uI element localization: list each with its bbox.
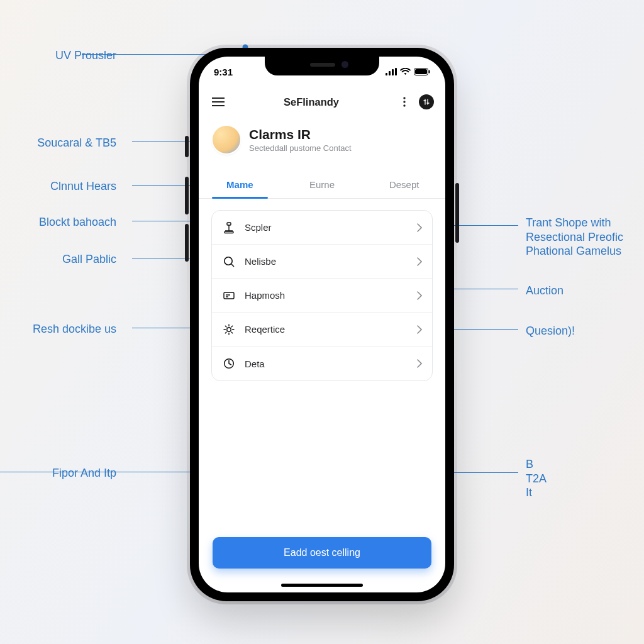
screen: 9:31 SeFlinandy bbox=[199, 57, 445, 592]
chevron-right-icon bbox=[417, 257, 422, 266]
list-item[interactable]: Reqertice bbox=[212, 313, 432, 347]
callout-left-4: Gall Pablic bbox=[62, 252, 116, 267]
callout-right-0: Trant Shope with Resectional Preofic Pha… bbox=[526, 216, 623, 258]
callout-leader-line bbox=[449, 225, 518, 226]
tab-mame[interactable]: Mame bbox=[199, 171, 281, 198]
tab-eurne[interactable]: Eurne bbox=[281, 171, 364, 198]
hamburger-icon[interactable] bbox=[210, 94, 226, 110]
callout-right-2: Quesion)! bbox=[526, 324, 575, 338]
svg-line-29 bbox=[225, 332, 226, 333]
svg-point-12 bbox=[403, 104, 405, 106]
callouts-left-group: UV Prousler Soucaral & TB5 Clnnut Hears … bbox=[0, 0, 208, 644]
callout-left-6: Fipor And Itp bbox=[52, 466, 116, 480]
svg-rect-16 bbox=[225, 231, 233, 233]
chevron-right-icon bbox=[417, 359, 422, 368]
callout-right-1: Auction bbox=[526, 284, 564, 298]
list-item-label: Deta bbox=[245, 358, 408, 369]
chevron-right-icon bbox=[417, 291, 422, 300]
tab-label: Desept bbox=[389, 179, 419, 190]
list-card: Scpler Nelisbe Hapmosh bbox=[211, 210, 433, 381]
svg-rect-3 bbox=[395, 68, 397, 75]
list-item[interactable]: Deta bbox=[212, 347, 432, 380]
page-header: Clarms IR Secteddall pustome Contact bbox=[199, 126, 445, 153]
settings-circle-icon[interactable] bbox=[419, 94, 434, 109]
svg-point-10 bbox=[403, 97, 405, 99]
scale-icon bbox=[222, 221, 236, 235]
signal-icon bbox=[386, 68, 397, 75]
svg-line-30 bbox=[231, 326, 233, 327]
phone-power-button bbox=[455, 183, 459, 243]
callout-left-1: Soucaral & TB5 bbox=[37, 136, 116, 150]
avatar[interactable] bbox=[213, 126, 240, 153]
svg-line-18 bbox=[231, 264, 234, 267]
more-vertical-icon[interactable] bbox=[396, 94, 413, 110]
phone-volume-up bbox=[185, 177, 189, 214]
callout-leader-line bbox=[82, 54, 208, 55]
tab-label: Mame bbox=[226, 179, 253, 190]
svg-line-27 bbox=[225, 326, 226, 327]
callout-left-0: UV Prousler bbox=[55, 48, 116, 63]
svg-rect-2 bbox=[392, 69, 394, 75]
tab-desept[interactable]: Desept bbox=[363, 171, 445, 198]
callout-left-5: Resh dockibe us bbox=[33, 322, 116, 336]
chevron-right-icon bbox=[417, 325, 422, 334]
primary-cta-button[interactable]: Eadd oest celling bbox=[213, 537, 431, 569]
svg-rect-5 bbox=[415, 69, 427, 74]
svg-rect-6 bbox=[429, 70, 430, 74]
list-item[interactable]: Hapmosh bbox=[212, 279, 432, 313]
callout-right-3: B T2A It bbox=[526, 457, 547, 500]
svg-point-11 bbox=[403, 101, 405, 103]
list-item-label: Reqertice bbox=[245, 324, 408, 335]
callout-leader-line bbox=[0, 472, 208, 472]
phone-frame: 9:31 SeFlinandy bbox=[190, 48, 454, 601]
page-subtitle: Secteddall pustome Contact bbox=[249, 143, 352, 153]
list-item-label: Scpler bbox=[245, 222, 408, 233]
list-item-label: Hapmosh bbox=[245, 290, 408, 301]
svg-rect-0 bbox=[386, 73, 387, 75]
svg-point-22 bbox=[227, 327, 231, 331]
clock-icon bbox=[222, 357, 236, 370]
appbar-title: SeFlinandy bbox=[284, 96, 339, 108]
callout-leader-line bbox=[449, 472, 518, 473]
tab-bar: Mame Eurne Desept bbox=[199, 171, 445, 199]
phone-mute-switch bbox=[185, 136, 189, 157]
notch bbox=[265, 57, 379, 75]
svg-rect-13 bbox=[227, 223, 231, 225]
callout-left-3: Blockt bahoach bbox=[39, 215, 116, 230]
gear-sun-icon bbox=[222, 323, 236, 336]
home-indicator[interactable] bbox=[281, 584, 363, 587]
svg-point-17 bbox=[225, 257, 232, 264]
list-item-label: Nelisbe bbox=[245, 256, 408, 267]
phone-volume-down bbox=[185, 224, 189, 262]
battery-icon bbox=[414, 68, 430, 75]
chevron-right-icon bbox=[417, 223, 422, 232]
card-icon bbox=[222, 289, 236, 303]
callouts-right-group: Trant Shope with Resectional Preofic Pha… bbox=[449, 0, 644, 644]
app-bar: SeFlinandy bbox=[199, 88, 445, 116]
page-title: Clarms IR bbox=[249, 127, 352, 142]
status-icons bbox=[386, 68, 430, 75]
tab-label: Eurne bbox=[309, 179, 335, 190]
wifi-icon bbox=[400, 68, 411, 75]
search-icon bbox=[222, 255, 236, 269]
svg-line-28 bbox=[231, 332, 233, 333]
cta-label: Eadd oest celling bbox=[284, 547, 360, 558]
list-item[interactable]: Scpler bbox=[212, 211, 432, 245]
status-time: 9:31 bbox=[214, 67, 233, 77]
svg-rect-1 bbox=[389, 71, 391, 75]
callout-left-2: Clnnut Hears bbox=[50, 179, 116, 194]
callout-leader-line bbox=[449, 329, 518, 330]
svg-rect-19 bbox=[224, 292, 234, 299]
list-item[interactable]: Nelisbe bbox=[212, 245, 432, 279]
